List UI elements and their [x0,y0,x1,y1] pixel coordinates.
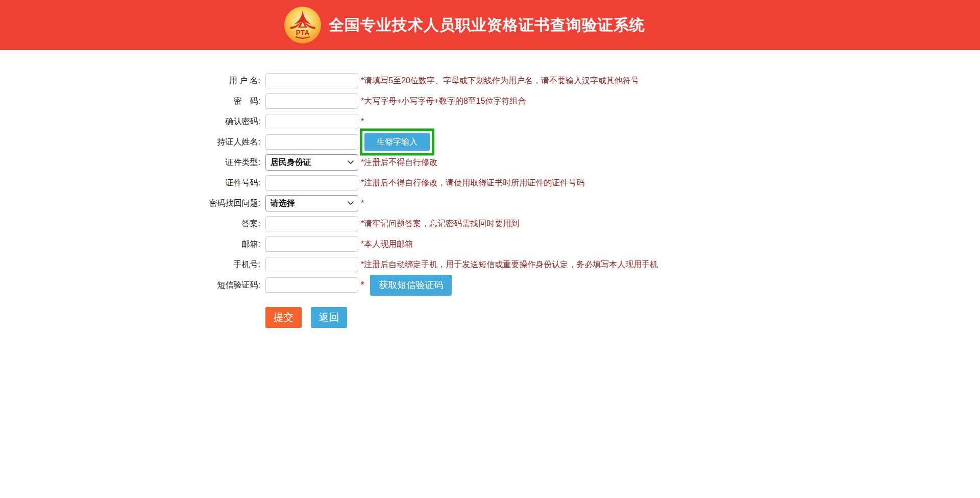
username-input[interactable] [265,73,358,88]
password-hint: *大写字母+小写字母+数字的8至15位字符组合 [361,96,526,107]
id-type-selected-value: 居民身份证 [271,157,311,168]
holder-name-input[interactable] [265,134,358,150]
form-row-password: 密 码: *大写字母+小写字母+数字的8至15位字符组合 [168,91,658,111]
email-hint: *本人现用邮箱 [361,239,413,250]
password-label: 密 码: [168,96,265,107]
mobile-label: 手机号: [168,259,265,270]
form-row-email: 邮箱: *本人现用邮箱 [168,234,658,254]
id-number-input[interactable] [265,175,358,191]
email-input[interactable] [265,236,358,252]
header-bar: PTA 全国专业技术人员职业资格证书查询验证系统 [0,0,980,50]
id-number-hint: *注册后不得自行修改，请使用取得证书时所用证件的证件号码 [361,178,584,188]
password-input[interactable] [265,93,358,109]
form-row-id-number: 证件号码: *注册后不得自行修改，请使用取得证书时所用证件的证件号码 [168,173,658,193]
security-question-selected-value: 请选择 [271,198,295,209]
required-asterisk: * [361,199,364,208]
confirm-password-input[interactable] [265,114,358,129]
id-number-label: 证件号码: [168,178,265,188]
answer-input[interactable] [265,216,358,231]
required-asterisk: * [361,280,364,290]
username-hint: *请填写5至20位数字、字母或下划线作为用户名，请不要输入汉字或其他符号 [361,76,639,86]
sms-code-label: 短信验证码: [168,280,265,291]
id-type-select[interactable]: 居民身份证 [265,154,358,171]
page-title: 全国专业技术人员职业资格证书查询验证系统 [329,15,645,36]
sms-code-input[interactable] [265,277,358,293]
mobile-hint: *注册后自动绑定手机，用于发送短信或重要操作身份认定，务必填写本人现用手机 [361,259,658,270]
id-type-label: 证件类型: [168,157,265,168]
form-row-sms-code: 短信验证码: * 获取短信验证码 [168,275,658,295]
security-question-label: 密码找回问题: [168,198,265,209]
form-row-mobile: 手机号: *注册后自动绑定手机，用于发送短信或重要操作身份认定，务必填写本人现用… [168,254,658,275]
security-question-select[interactable]: 请选择 [265,195,358,211]
chevron-down-icon [348,160,354,164]
form-row-holder-name: 持证人姓名: 生僻字输入 [168,132,658,152]
pta-logo-icon: PTA [284,6,322,44]
back-button[interactable]: 返回 [311,307,347,328]
submit-button[interactable]: 提交 [265,307,302,328]
svg-text:PTA: PTA [296,29,310,37]
registration-form: 用 户 名: *请填写5至20位数字、字母或下划线作为用户名，请不要输入汉字或其… [168,70,658,295]
mobile-input[interactable] [265,257,358,272]
email-label: 邮箱: [168,239,265,250]
holder-name-label: 持证人姓名: [168,137,265,148]
get-sms-code-button[interactable]: 获取短信验证码 [370,275,452,296]
username-label: 用 户 名: [168,76,265,86]
answer-hint: *请牢记问题答案，忘记密码需找回时要用到 [361,219,519,229]
rare-character-input-button[interactable]: 生僻字输入 [364,133,430,151]
required-asterisk: * [361,117,364,126]
header-content: PTA 全国专业技术人员职业资格证书查询验证系统 [284,0,645,50]
id-type-hint: *注册后不得自行修改 [361,157,437,168]
page: PTA 全国专业技术人员职业资格证书查询验证系统 用 户 名: *请填写5至20… [0,0,980,498]
form-row-username: 用 户 名: *请填写5至20位数字、字母或下划线作为用户名，请不要输入汉字或其… [168,70,658,91]
answer-label: 答案: [168,219,265,229]
highlight-box: 生僻字输入 [360,129,434,156]
form-row-answer: 答案: *请牢记问题答案，忘记密码需找回时要用到 [168,214,658,234]
chevron-down-icon [348,201,354,205]
confirm-password-label: 确认密码: [168,116,265,127]
form-actions: 提交 返回 [265,307,347,328]
form-row-security-question: 密码找回问题: 请选择 * [168,193,658,214]
